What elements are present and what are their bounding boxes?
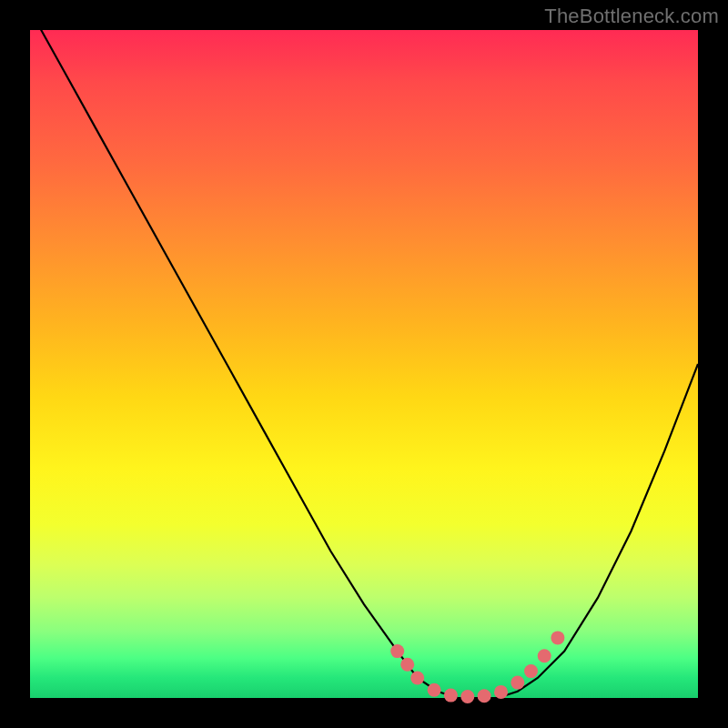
marker-dot [538, 649, 551, 662]
curve-layer [30, 10, 698, 698]
chart-svg [30, 30, 698, 698]
marker-dot [410, 672, 424, 685]
marker-layer [390, 631, 564, 703]
marker-dot [460, 690, 474, 703]
marker-dot [400, 658, 414, 672]
marker-dot [428, 683, 441, 697]
marker-dot [551, 631, 564, 644]
marker-dot [511, 676, 524, 690]
marker-dot [494, 685, 508, 699]
marker-dot [478, 689, 491, 703]
bottleneck-curve [30, 10, 698, 698]
marker-dot [390, 644, 404, 658]
marker-dot [444, 689, 458, 703]
chart-frame: TheBottleneck.com [0, 0, 728, 728]
attribution-text: TheBottleneck.com [544, 5, 719, 28]
marker-dot [524, 664, 538, 678]
